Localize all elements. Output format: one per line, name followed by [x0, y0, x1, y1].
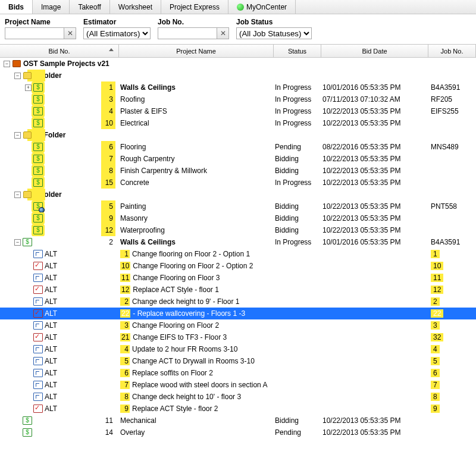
alt-row[interactable]: ALT5 Change ACT to Drywall in Rooms 3-10…	[0, 355, 476, 367]
job-number: B4A3591	[431, 238, 460, 246]
alt-row[interactable]: ALT12 Replace ACT Style - floor 112	[0, 284, 476, 296]
project-name-input[interactable]	[5, 27, 64, 39]
date-cell: 07/11/2013 07:10:32 AM	[321, 95, 428, 104]
expander	[25, 370, 32, 377]
alt-label: ALT	[45, 274, 57, 282]
alt-row[interactable]: ALT1 Change flooring on Floor 2 - Option…	[0, 248, 476, 260]
col-bidno[interactable]: Bid No.	[0, 45, 119, 57]
jobstatus-select[interactable]: (All Job Statuses)	[236, 27, 312, 39]
alt-row[interactable]: ALT4 Update to 2 hour FR Rooms 3-104	[0, 343, 476, 355]
expander	[25, 287, 32, 293]
expander[interactable]: −	[14, 132, 21, 139]
alt-row[interactable]: ALT10 Change Flooring on Floor 2 - Optio…	[0, 260, 476, 272]
bid-row[interactable]: 11 MechanicalBidding10/22/2013 05:53:35 …	[0, 415, 476, 427]
tab-myoncenter[interactable]: MyOnCenter	[228, 0, 296, 14]
folder-row[interactable]: −2 Folder	[0, 189, 476, 200]
job-cell: 32	[428, 333, 476, 341]
tab-worksheet[interactable]: Worksheet	[110, 0, 161, 14]
bid-row[interactable]: 10 ElectricalIn Progress10/22/2013 05:53…	[0, 117, 476, 129]
col-date[interactable]: Bid Date	[321, 45, 428, 57]
project-cell: Mechanical	[119, 416, 274, 425]
jobno-input[interactable]	[158, 27, 217, 39]
alt-label: ALT	[45, 405, 57, 413]
tabbar: BidsImageTakeoffWorksheetProject Express…	[0, 0, 476, 14]
filter-jobstatus-label: Job Status	[236, 18, 312, 26]
project-cell: 7 Replace wood with steel doors in secti…	[119, 381, 274, 389]
project-name: Masonry	[120, 214, 148, 222]
bid-number: 8	[101, 165, 115, 177]
expander	[25, 108, 32, 115]
date-cell: 10/01/2016 05:53:35 PM	[321, 83, 428, 92]
expander	[25, 227, 32, 234]
bid-icon	[33, 202, 43, 211]
bid-row[interactable]: −2 Walls & CeilingsIn Progress10/01/2016…	[0, 236, 476, 248]
bid-row[interactable]: 12 WaterproofingBidding10/22/2013 05:53:…	[0, 224, 476, 236]
alt-number: 9	[120, 405, 130, 413]
expander	[25, 358, 32, 365]
bid-row[interactable]: 4 Plaster & EIFSIn Progress10/22/2013 05…	[0, 105, 476, 117]
date-cell: 10/22/2013 05:53:35 PM	[321, 428, 428, 437]
expander[interactable]: −	[14, 239, 21, 246]
expander[interactable]: −	[14, 73, 21, 79]
date-cell: 10/22/2013 05:53:35 PM	[321, 155, 428, 163]
clear-project-button[interactable]: ✕	[64, 27, 76, 39]
estimator-select[interactable]: (All Estimators)	[83, 27, 151, 39]
project-name: Change Flooring on Floor 2 - Option 2	[133, 262, 253, 270]
job-cell: 11	[428, 274, 476, 282]
alt-row[interactable]: ALT22 - Replace wallcovering - Floors 1 …	[0, 308, 476, 319]
project-name: Change deck height to 10' - floor 3	[132, 393, 241, 401]
bid-row[interactable]: 5 PaintingBidding10/22/2013 05:53:35 PMP…	[0, 200, 476, 212]
bid-row[interactable]: 6 FlooringPending08/22/2016 05:53:35 PMM…	[0, 141, 476, 153]
job-number: 11	[431, 274, 443, 282]
clear-jobno-button[interactable]: ✕	[217, 27, 229, 39]
bid-icon	[33, 214, 43, 222]
col-job[interactable]: Job No.	[428, 45, 476, 57]
alt-row[interactable]: ALT7 Replace wood with steel doors in se…	[0, 379, 476, 391]
alt-row[interactable]: ALT3 Change Flooring on Floor 23	[0, 319, 476, 331]
alt-number: 21	[120, 333, 130, 341]
expander[interactable]: +	[25, 84, 32, 91]
job-number: PNT558	[431, 202, 457, 211]
job-number: MNS489	[431, 143, 459, 151]
bid-row[interactable]: 7 Rough CarpentryBidding10/22/2013 05:53…	[0, 153, 476, 165]
project-name: Walls & Ceilings	[120, 238, 176, 246]
project-name: Mechanical	[120, 416, 156, 425]
status-cell: In Progress	[274, 107, 321, 115]
project-name: Replace ACT Style - floor 2	[132, 405, 218, 413]
expander	[25, 215, 32, 222]
alt-label: ALT	[45, 309, 57, 318]
job-number: 7	[431, 381, 440, 389]
alt-row[interactable]: ALT21 Change EIFS to TF3 - Floor 332	[0, 331, 476, 343]
bid-row[interactable]: 8 Finish Carpentry & MillworkBidding10/2…	[0, 165, 476, 177]
date-cell: 08/22/2016 05:53:35 PM	[321, 143, 428, 151]
bid-icon	[33, 155, 43, 163]
col-status[interactable]: Status	[274, 45, 321, 57]
root-row[interactable]: −OST Sample Projects v21	[0, 58, 476, 70]
folder-row[interactable]: −10 Folder	[0, 129, 476, 141]
expander[interactable]: −	[4, 61, 10, 67]
bid-row[interactable]: 9 MasonryBidding10/22/2013 05:53:35 PM	[0, 212, 476, 224]
bid-row[interactable]: 14 OverlayPending10/22/2013 05:53:35 PM	[0, 427, 476, 438]
status-cell: In Progress	[274, 83, 321, 92]
col-project[interactable]: Project Name	[119, 45, 274, 57]
tab-bids[interactable]: Bids	[0, 0, 33, 14]
project-cell: 9 Replace ACT Style - floor 2	[119, 405, 274, 413]
tab-image[interactable]: Image	[33, 0, 70, 14]
bid-row[interactable]: +1 Walls & CeilingsIn Progress10/01/2016…	[0, 81, 476, 93]
expander[interactable]: −	[14, 192, 21, 198]
tab-takeoff[interactable]: Takeoff	[70, 0, 109, 14]
alt-row[interactable]: ALT2 Change deck height to 9' - Floor 12	[0, 296, 476, 308]
alt-row[interactable]: ALT9 Replace ACT Style - floor 29	[0, 403, 476, 415]
project-cell: 21 Change EIFS to TF3 - Floor 3	[119, 333, 274, 341]
alt-icon	[33, 369, 43, 377]
folder-row[interactable]: −1 Folder	[0, 70, 476, 81]
tree-grid[interactable]: −OST Sample Projects v21−1 Folder+1 Wall…	[0, 58, 476, 461]
alt-row[interactable]: ALT11 Change Flooring on Floor 311	[0, 272, 476, 284]
bid-row[interactable]: 3 RoofingIn Progress07/11/2013 07:10:32 …	[0, 93, 476, 105]
alt-label: ALT	[45, 345, 57, 353]
project-cell: Roofing	[119, 95, 274, 104]
bid-row[interactable]: 15 ConcreteIn Progress10/22/2013 05:53:3…	[0, 177, 476, 189]
alt-row[interactable]: ALT8 Change deck height to 10' - floor 3…	[0, 391, 476, 403]
alt-row[interactable]: ALT6 Replace soffits on Floor 26	[0, 367, 476, 379]
tab-project-express[interactable]: Project Express	[161, 0, 228, 14]
